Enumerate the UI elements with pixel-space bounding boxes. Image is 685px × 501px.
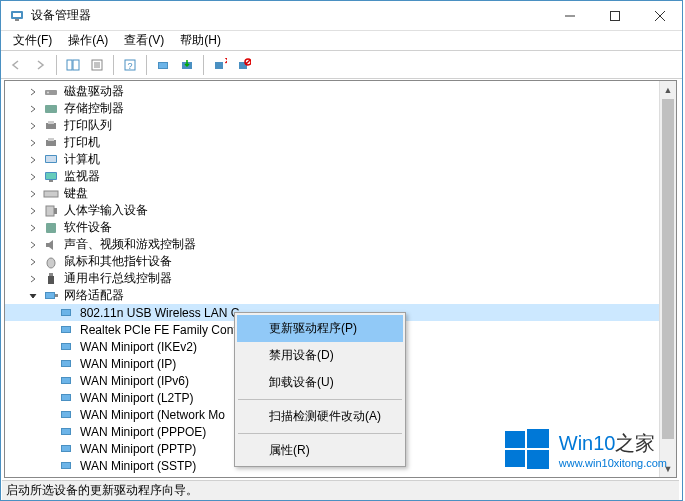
chevron-right-icon[interactable]: [27, 86, 39, 98]
menu-file[interactable]: 文件(F): [5, 30, 60, 51]
chevron-right-icon[interactable]: [27, 103, 39, 115]
chevron-down-icon[interactable]: [27, 290, 39, 302]
tree-item-mice[interactable]: 鼠标和其他指针设备: [5, 253, 676, 270]
tree-label: 打印队列: [62, 117, 114, 134]
tree-label: 通用串行总线控制器: [62, 270, 174, 287]
svg-rect-35: [44, 191, 58, 197]
svg-rect-18: [215, 62, 223, 69]
menubar: 文件(F) 操作(A) 查看(V) 帮助(H): [1, 31, 682, 51]
titlebar: 设备管理器: [1, 1, 682, 31]
printer-icon: [43, 135, 59, 151]
update-driver-button[interactable]: [176, 54, 198, 76]
tree-item-storage[interactable]: 存储控制器: [5, 100, 676, 117]
svg-rect-16: [159, 63, 167, 68]
svg-rect-8: [73, 60, 79, 70]
tree-label: WAN Miniport (SSTP): [78, 459, 198, 473]
svg-rect-7: [67, 60, 72, 70]
maximize-button[interactable]: [592, 1, 637, 30]
toolbar-separator: [113, 55, 114, 75]
tree-item-printers[interactable]: 打印机: [5, 134, 676, 151]
tree-item-usb[interactable]: 通用串行总线控制器: [5, 270, 676, 287]
chevron-right-icon[interactable]: [27, 188, 39, 200]
help-button[interactable]: ?: [119, 54, 141, 76]
back-button[interactable]: [5, 54, 27, 76]
chevron-right-icon[interactable]: [27, 222, 39, 234]
chevron-right-icon[interactable]: [27, 239, 39, 251]
tree-label: 监视器: [62, 168, 102, 185]
computer-icon: [43, 152, 59, 168]
ctx-scan-hardware[interactable]: 扫描检测硬件改动(A): [237, 403, 403, 430]
tree-label: WAN Miniport (PPPOE): [78, 425, 208, 439]
svg-rect-33: [46, 173, 56, 179]
menu-help[interactable]: 帮助(H): [172, 30, 229, 51]
status-text: 启动所选设备的更新驱动程序向导。: [6, 482, 198, 499]
svg-rect-52: [62, 361, 70, 366]
scan-hardware-button[interactable]: [152, 54, 174, 76]
tree-item-computer[interactable]: 计算机: [5, 151, 676, 168]
tree-label: WAN Miniport (Network Mo: [78, 408, 227, 422]
network-adapter-icon: [59, 390, 75, 406]
ctx-properties[interactable]: 属性(R): [237, 437, 403, 464]
svg-rect-44: [55, 294, 58, 297]
ctx-update-driver[interactable]: 更新驱动程序(P): [237, 315, 403, 342]
keyboard-icon: [43, 186, 59, 202]
tree-label: WAN Miniport (L2TP): [78, 391, 196, 405]
svg-rect-37: [54, 208, 57, 214]
ctx-uninstall-device[interactable]: 卸载设备(U): [237, 369, 403, 396]
chevron-right-icon[interactable]: [27, 120, 39, 132]
sound-icon: [43, 237, 59, 253]
tree-label: 鼠标和其他指针设备: [62, 253, 174, 270]
menu-action[interactable]: 操作(A): [60, 30, 116, 51]
uninstall-button[interactable]: ✕: [209, 54, 231, 76]
chevron-right-icon[interactable]: [27, 256, 39, 268]
forward-button[interactable]: [29, 54, 51, 76]
tree-item-software[interactable]: 软件设备: [5, 219, 676, 236]
tree-item-network-adapters[interactable]: 网络适配器: [5, 287, 676, 304]
network-adapter-icon: [59, 441, 75, 457]
properties-button[interactable]: [86, 54, 108, 76]
tree-item-hid[interactable]: 人体学输入设备: [5, 202, 676, 219]
network-adapter-icon: [59, 424, 75, 440]
svg-rect-41: [48, 276, 54, 284]
tree-label: 计算机: [62, 151, 102, 168]
tree-label: 802.11n USB Wireless LAN C: [78, 306, 241, 320]
tree-label: 软件设备: [62, 219, 114, 236]
tree-item-print-queues[interactable]: 打印队列: [5, 117, 676, 134]
disk-icon: [43, 84, 59, 100]
disable-button[interactable]: [233, 54, 255, 76]
tree-item-sound[interactable]: 声音、视频和游戏控制器: [5, 236, 676, 253]
scroll-down-icon[interactable]: ▼: [660, 460, 676, 477]
chevron-right-icon[interactable]: [27, 171, 39, 183]
vertical-scrollbar[interactable]: ▲ ▼: [659, 81, 676, 477]
tree-item-keyboards[interactable]: 键盘: [5, 185, 676, 202]
scroll-up-icon[interactable]: ▲: [660, 81, 676, 98]
chevron-right-icon[interactable]: [27, 205, 39, 217]
minimize-button[interactable]: [547, 1, 592, 30]
svg-rect-58: [62, 412, 70, 417]
svg-rect-64: [62, 463, 70, 468]
svg-rect-23: [45, 90, 57, 95]
svg-rect-25: [45, 105, 57, 113]
toolbar-separator: [203, 55, 204, 75]
tree-label: WAN Miniport (PPTP): [78, 442, 198, 456]
tree-label: 打印机: [62, 134, 102, 151]
scrollbar-thumb[interactable]: [662, 99, 674, 439]
svg-rect-60: [62, 429, 70, 434]
network-adapter-icon: [59, 356, 75, 372]
show-hide-button[interactable]: [62, 54, 84, 76]
chevron-right-icon[interactable]: [27, 273, 39, 285]
tree-label: 键盘: [62, 185, 90, 202]
close-button[interactable]: [637, 1, 682, 30]
tree-label: 磁盘驱动器: [62, 83, 126, 100]
ctx-disable-device[interactable]: 禁用设备(D): [237, 342, 403, 369]
chevron-right-icon[interactable]: [27, 154, 39, 166]
tree-item-monitors[interactable]: 监视器: [5, 168, 676, 185]
tree-item-disk-drives[interactable]: 磁盘驱动器: [5, 83, 676, 100]
svg-rect-27: [48, 121, 54, 124]
window-title: 设备管理器: [31, 7, 547, 24]
toolbar-separator: [146, 55, 147, 75]
svg-rect-48: [62, 327, 70, 332]
svg-rect-56: [62, 395, 70, 400]
chevron-right-icon[interactable]: [27, 137, 39, 149]
menu-view[interactable]: 查看(V): [116, 30, 172, 51]
